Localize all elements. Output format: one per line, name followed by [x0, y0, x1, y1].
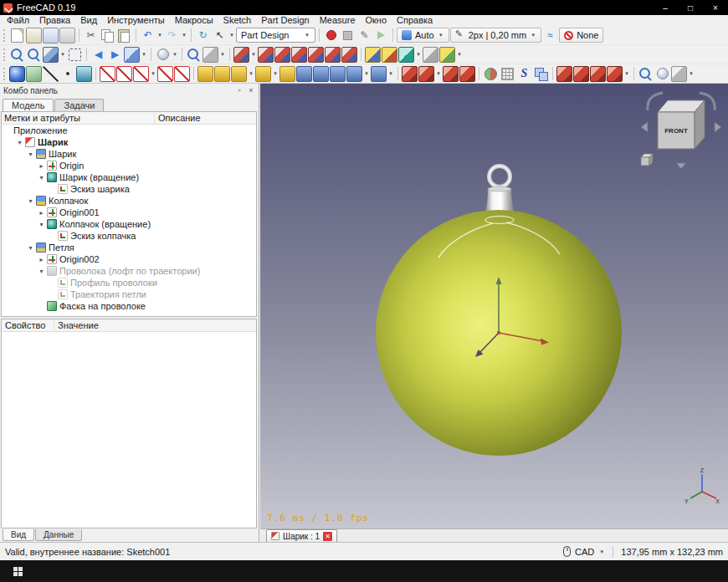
whats-this-button[interactable]	[638, 66, 654, 82]
migrate-grid-button[interactable]	[500, 66, 515, 82]
menu-item-2[interactable]: Правка	[34, 15, 75, 26]
tree-item[interactable]: ▸Origin001	[2, 207, 256, 218]
close-button[interactable]: ×	[703, 0, 728, 15]
pan-left-arrow-icon[interactable]	[641, 122, 648, 132]
create-datum-point-button[interactable]	[59, 66, 75, 82]
subtractive-pipe-dropdown-arrow[interactable]: ▾	[387, 70, 394, 77]
menu-item-6[interactable]: Sketch	[218, 15, 257, 26]
view-left-button[interactable]	[341, 47, 357, 63]
create-shape-binder-button[interactable]	[76, 66, 92, 82]
map-sketch-button[interactable]	[133, 66, 149, 82]
view-rear-button[interactable]	[308, 47, 324, 63]
macro-record-button[interactable]	[323, 28, 339, 43]
thickness-dropdown-arrow[interactable]: ▾	[623, 70, 630, 77]
additive-pipe-dropdown-arrow[interactable]: ▾	[272, 70, 279, 77]
groove-button[interactable]	[330, 66, 346, 82]
extra-tools-dropdown-arrow[interactable]: ▾	[688, 70, 695, 77]
tree-expander-icon[interactable]: ▸	[37, 256, 46, 263]
extra-tools-button[interactable]	[671, 66, 687, 82]
sync-view-button[interactable]	[186, 47, 202, 63]
edit-sketch-button[interactable]	[116, 66, 132, 82]
measure-angular-button[interactable]	[382, 47, 397, 63]
open-document-button[interactable]	[26, 28, 42, 43]
tree-item[interactable]: Профиль проволоки	[2, 277, 256, 288]
tree-expander-icon[interactable]: ▸	[37, 209, 46, 217]
undo-button[interactable]: ↶	[140, 28, 156, 43]
copy-button[interactable]	[100, 28, 115, 43]
start-button[interactable]	[0, 560, 35, 582]
nav-style-dropdown-arrow[interactable]: ▾	[598, 549, 605, 555]
revolution-button[interactable]	[214, 66, 230, 82]
draw-style-button[interactable]	[155, 47, 171, 63]
rotate-left-arrow-icon[interactable]	[648, 93, 663, 110]
bounding-box-button[interactable]	[69, 48, 81, 61]
paste-button[interactable]	[116, 28, 132, 43]
redo-button[interactable]: ↷	[164, 28, 180, 43]
tree-expander-icon[interactable]: ▾	[26, 197, 35, 205]
fit-selection-button[interactable]	[26, 47, 42, 63]
navigation-cube[interactable]: FRONT	[638, 89, 725, 172]
clone-button[interactable]	[533, 66, 549, 82]
tree-item[interactable]: ▾Шарик	[2, 136, 256, 148]
tree-expander-icon[interactable]: ▾	[37, 221, 46, 228]
pad-button[interactable]	[197, 66, 213, 82]
tree-item[interactable]: Траектория петли	[2, 288, 256, 300]
measure-clear-button[interactable]	[423, 47, 438, 63]
menu-item-1[interactable]: Файл	[2, 15, 34, 26]
maximize-button[interactable]: □	[678, 0, 703, 15]
3d-viewport[interactable]: FRONT Z X Y 7.6 ms / 1.0 fps	[260, 84, 728, 528]
save-document-button[interactable]	[43, 28, 59, 43]
thickness-button[interactable]	[607, 66, 623, 82]
measure-linear-button[interactable]	[365, 47, 381, 63]
line-width-selector[interactable]: 2px | 0,20 mm▾	[450, 28, 542, 43]
view-bottom-button[interactable]	[325, 47, 341, 63]
tree-item[interactable]: Эскиз шарика	[2, 183, 256, 195]
overlay-style[interactable]: None	[559, 28, 603, 43]
refresh-button[interactable]: ↻	[195, 28, 211, 43]
macro-stop-button[interactable]	[340, 28, 356, 43]
pan-down-arrow-icon[interactable]	[676, 163, 686, 169]
link-navigation-button[interactable]	[124, 47, 140, 63]
tree-expander-icon[interactable]: ▾	[26, 244, 35, 252]
undo-dropdown-arrow[interactable]: ▾	[156, 32, 163, 38]
draft-button[interactable]	[590, 66, 606, 82]
tree-expander-icon[interactable]: ▾	[37, 268, 46, 275]
print-document-button[interactable]	[59, 28, 75, 43]
menu-item-9[interactable]: Окно	[361, 15, 392, 26]
tree-item[interactable]: ▾Шарик (вращение)	[2, 171, 256, 183]
create-body-button[interactable]	[9, 66, 25, 82]
link-navigation-dropdown-arrow[interactable]: ▾	[141, 51, 147, 58]
tree-expander-icon[interactable]: ▸	[37, 162, 46, 170]
curve-smoothness-button[interactable]: ≈	[542, 28, 558, 43]
draw-style-dropdown-arrow[interactable]: ▾	[172, 51, 178, 58]
mini-cube-icon[interactable]	[641, 154, 653, 166]
ornament-loop[interactable]	[490, 166, 510, 187]
nav-forward-button[interactable]: ▶	[107, 47, 123, 63]
fit-all-button[interactable]	[9, 47, 25, 63]
view-axonometric-button[interactable]	[233, 47, 249, 63]
create-sketch-button[interactable]	[100, 66, 115, 82]
linear-pattern-button[interactable]	[418, 66, 434, 82]
additive-loft-button[interactable]	[231, 66, 247, 82]
additive-pipe-button[interactable]	[255, 66, 271, 82]
pocket-button[interactable]	[296, 66, 312, 82]
tree-expander-icon[interactable]: ▾	[26, 151, 35, 158]
menu-item-3[interactable]: Вид	[75, 15, 102, 26]
tree-item[interactable]: ▾Колпачок (вращение)	[2, 218, 256, 230]
multi-transform-button[interactable]	[459, 66, 475, 82]
tab-close-icon[interactable]: ✕	[323, 532, 332, 541]
measure-toggle-button[interactable]	[439, 47, 455, 63]
minimize-button[interactable]: –	[653, 0, 678, 15]
subtractive-loft-button[interactable]	[346, 66, 362, 82]
tree-item[interactable]: Приложение	[2, 125, 256, 136]
cut-button[interactable]: ✂	[83, 28, 99, 43]
workbench-selector[interactable]: Part Design▾	[236, 28, 315, 43]
macro-edit-button[interactable]: ✎	[356, 28, 372, 43]
macro-execute-button[interactable]	[373, 28, 389, 43]
additive-helix-button[interactable]	[279, 66, 295, 82]
appearance-sphere-button[interactable]	[654, 66, 670, 82]
view-presets-button[interactable]	[203, 47, 218, 63]
create-datum-line-button[interactable]	[43, 66, 59, 82]
tab-data[interactable]: Данные	[35, 529, 82, 541]
scripted-feature-s-button[interactable]: S	[516, 66, 532, 82]
